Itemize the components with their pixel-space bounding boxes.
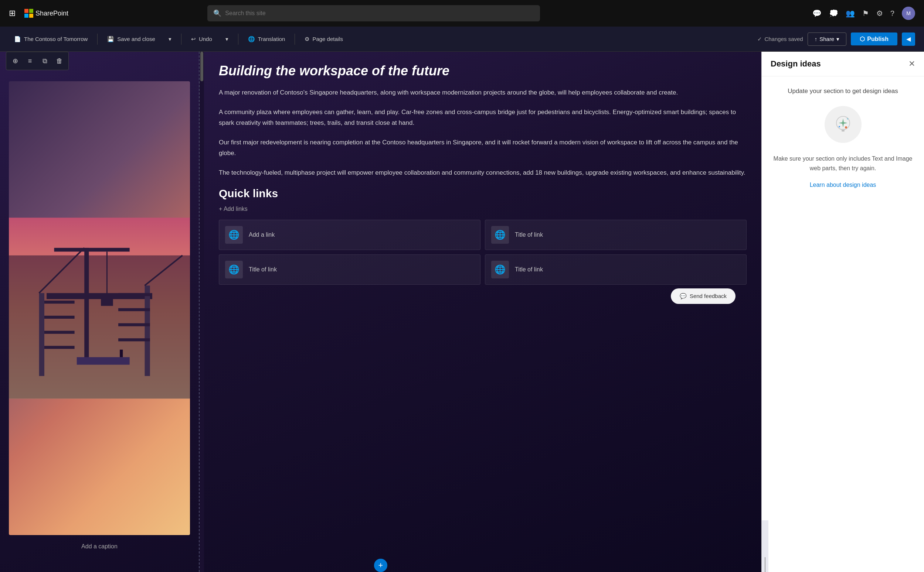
article-title: Building the workspace of the future bbox=[219, 63, 746, 79]
svg-rect-16 bbox=[77, 357, 130, 364]
add-links-button[interactable]: + Add links bbox=[219, 206, 746, 212]
right-column: Building the workspace of the future A m… bbox=[204, 52, 761, 572]
delete-button[interactable]: 🗑 bbox=[53, 54, 66, 68]
svg-rect-11 bbox=[145, 286, 150, 376]
edit-settings-button[interactable]: ≡ bbox=[23, 54, 37, 68]
svg-rect-9 bbox=[44, 331, 75, 334]
undo-dropdown-button[interactable]: ▾ bbox=[220, 33, 234, 45]
section-edit-toolbar: ⊕ ≡ ⧉ 🗑 bbox=[6, 52, 69, 70]
svg-rect-25 bbox=[841, 131, 845, 131]
main-layout: Add a caption Building the workspace of … bbox=[0, 52, 924, 572]
quick-links-section: Quick links + Add links 🌐 Add a link 🌐 T… bbox=[219, 187, 746, 285]
translation-icon: 🌐 bbox=[248, 36, 255, 42]
svg-rect-6 bbox=[39, 293, 44, 376]
translation-button[interactable]: 🌐 Translation bbox=[243, 33, 290, 45]
article-para-2: A community plaza where employees can ga… bbox=[219, 107, 746, 129]
left-column: Add a caption bbox=[0, 52, 199, 572]
link-icon-1: 🌐 bbox=[225, 226, 243, 244]
share-dropdown-icon: ▾ bbox=[837, 36, 839, 42]
svg-rect-8 bbox=[44, 316, 75, 319]
search-icon: 🔍 bbox=[213, 9, 221, 17]
toolbar-left: 📄 The Contoso of Tomorrow 💾 Save and clo… bbox=[9, 33, 757, 45]
content-columns: Add a caption Building the workspace of … bbox=[0, 52, 761, 572]
site-name-button[interactable]: 📄 The Contoso of Tomorrow bbox=[9, 33, 93, 45]
checkmark-icon: ✓ bbox=[757, 36, 762, 42]
svg-rect-10 bbox=[44, 346, 75, 349]
content-area: Add a caption Building the workspace of … bbox=[0, 52, 761, 572]
chat-icon[interactable]: 💭 bbox=[829, 9, 838, 18]
publish-icon: ⬡ bbox=[860, 36, 865, 42]
svg-rect-20 bbox=[101, 297, 113, 306]
scrollbar[interactable] bbox=[199, 52, 204, 572]
link-card-1[interactable]: 🌐 Add a link bbox=[219, 220, 480, 250]
sidebar-toggle-button[interactable]: ◀ bbox=[902, 33, 915, 46]
svg-rect-12 bbox=[118, 293, 150, 296]
side-tab[interactable] bbox=[762, 520, 768, 572]
undo-icon: ↩ bbox=[191, 36, 196, 42]
add-links-label: + Add links bbox=[219, 206, 248, 212]
save-dropdown-button[interactable]: ▾ bbox=[164, 33, 177, 45]
save-close-button[interactable]: 💾 Save and close bbox=[102, 33, 160, 45]
search-input[interactable] bbox=[225, 10, 534, 17]
search-box[interactable]: 🔍 bbox=[207, 5, 540, 22]
divider-3 bbox=[238, 34, 238, 45]
design-panel-subtitle: Update your section to get design ideas bbox=[788, 87, 898, 95]
design-panel-title: Design ideas bbox=[771, 59, 821, 69]
article-para-3: Our first major redevelopment is nearing… bbox=[219, 137, 746, 159]
learn-design-ideas-link[interactable]: Learn about design ideas bbox=[810, 182, 876, 188]
link-icon-2: 🌐 bbox=[491, 226, 509, 244]
link-card-4[interactable]: 🌐 Title of link bbox=[485, 255, 746, 285]
page-details-icon: ⚙ bbox=[305, 36, 309, 42]
send-feedback-button[interactable]: 💬 Send feedback bbox=[671, 288, 735, 304]
divider-1 bbox=[97, 34, 98, 45]
settings-icon[interactable]: ⚙ bbox=[876, 9, 883, 18]
design-ideas-icon bbox=[831, 113, 855, 136]
svg-rect-24 bbox=[841, 129, 845, 131]
svg-rect-13 bbox=[118, 308, 150, 311]
microsoft-logo: SharePoint bbox=[24, 9, 69, 18]
scrollbar-thumb[interactable] bbox=[200, 52, 203, 81]
link-label-3: Title of link bbox=[249, 266, 277, 273]
add-section-button[interactable]: + bbox=[374, 559, 387, 572]
links-grid: 🌐 Add a link 🌐 Title of link 🌐 Title of … bbox=[219, 220, 746, 285]
link-icon-3: 🌐 bbox=[225, 261, 243, 278]
help-icon[interactable]: ? bbox=[890, 9, 894, 18]
design-panel-body: Update your section to get design ideas bbox=[762, 76, 924, 520]
link-label-4: Title of link bbox=[515, 266, 543, 273]
link-card-3[interactable]: 🌐 Title of link bbox=[219, 255, 480, 285]
design-ideas-panel: Design ideas ✕ Update your section to ge… bbox=[761, 52, 924, 572]
article-para-1: A major renovation of Contoso's Singapor… bbox=[219, 87, 746, 98]
site-name-label: The Contoso of Tomorrow bbox=[24, 36, 87, 42]
feedback-icon[interactable]: 💬 bbox=[812, 9, 822, 18]
share-icon: ↑ bbox=[815, 36, 818, 42]
image-caption[interactable]: Add a caption bbox=[0, 543, 199, 550]
toolbar-right: ✓ Changes saved ↑ Share ▾ ⬡ Publish ◀ bbox=[757, 33, 915, 46]
publish-button[interactable]: ⬡ Publish bbox=[851, 33, 898, 45]
undo-button[interactable]: ↩ Undo bbox=[186, 33, 217, 45]
people-icon[interactable]: 👥 bbox=[846, 9, 855, 18]
svg-rect-3 bbox=[55, 248, 130, 252]
design-panel-description: Make sure your section only includes Tex… bbox=[771, 154, 915, 173]
flag-icon[interactable]: ⚑ bbox=[862, 9, 869, 18]
design-panel-close-button[interactable]: ✕ bbox=[908, 59, 915, 69]
quick-links-title: Quick links bbox=[219, 187, 746, 200]
share-button[interactable]: ↑ Share ▾ bbox=[807, 33, 847, 46]
link-card-2[interactable]: 🌐 Title of link bbox=[485, 220, 746, 250]
page-icon: 📄 bbox=[14, 36, 21, 42]
construction-image bbox=[9, 81, 190, 535]
link-label-2: Title of link bbox=[515, 232, 543, 238]
save-icon: 💾 bbox=[107, 36, 114, 42]
svg-rect-14 bbox=[118, 323, 150, 326]
svg-rect-17 bbox=[120, 350, 123, 357]
top-navigation: ⊞ SharePoint 🔍 💬 💭 👥 ⚑ ⚙ ? M bbox=[0, 0, 924, 26]
edit-toolbar-bar: 📄 The Contoso of Tomorrow 💾 Save and clo… bbox=[0, 26, 924, 52]
move-button[interactable]: ⊕ bbox=[8, 54, 22, 68]
svg-rect-7 bbox=[44, 301, 75, 303]
svg-point-23 bbox=[838, 126, 840, 127]
link-label-1: Add a link bbox=[249, 232, 274, 238]
nav-icons: 💬 💭 👥 ⚑ ⚙ ? M bbox=[812, 7, 915, 20]
waffle-menu-icon[interactable]: ⊞ bbox=[9, 8, 16, 18]
avatar[interactable]: M bbox=[902, 7, 915, 20]
duplicate-button[interactable]: ⧉ bbox=[38, 54, 51, 68]
page-details-button[interactable]: ⚙ Page details bbox=[299, 33, 348, 45]
